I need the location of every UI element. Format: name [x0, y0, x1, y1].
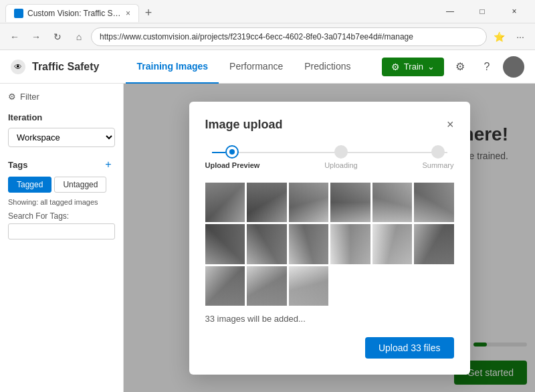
main-content: here! will be ready to be trained. Image…	[124, 84, 535, 392]
image-thumb-11	[372, 224, 413, 264]
stepper-step-2: Uploading	[324, 145, 358, 169]
step3-label: Summary	[422, 161, 453, 169]
tab-label: Custom Vision: Traffic Safety - T...	[27, 9, 122, 18]
tag-filter-buttons: Tagged Untagged	[8, 177, 115, 193]
step1-dot	[225, 145, 239, 159]
eye-icon: 👁	[11, 60, 25, 74]
upload-files-btn[interactable]: Upload 33 files	[365, 337, 454, 359]
modal-overlay: Image upload × Upload Preview	[124, 84, 535, 392]
window-controls: — □ ×	[435, 0, 530, 23]
app-title: Traffic Safety	[32, 61, 99, 73]
image-thumb-1	[205, 183, 245, 223]
app-header: 👁 Traffic Safety Training Images Perform…	[0, 50, 535, 84]
browser-chrome: Custom Vision: Traffic Safety - T... × +…	[0, 0, 535, 50]
modal-header: Image upload ×	[205, 118, 454, 132]
upload-stepper: Upload Preview Uploading Summary	[205, 145, 454, 169]
image-thumb-14	[247, 266, 287, 306]
filter-btn[interactable]: ⚙ Filter	[8, 92, 115, 102]
stepper-step-1: Upload Preview	[205, 145, 260, 169]
search-tags-input[interactable]	[8, 223, 115, 239]
header-right: ⚙ Train ⌄ ⚙ ?	[382, 56, 524, 78]
tab-predictions[interactable]: Predictions	[294, 50, 361, 84]
step2-dot	[334, 145, 348, 159]
image-thumb-12	[414, 224, 454, 264]
tab-close-btn[interactable]: ×	[126, 9, 130, 18]
help-icon-btn[interactable]: ?	[476, 56, 498, 78]
stepper-step-3: Summary	[422, 145, 453, 169]
address-bar[interactable]: https://www.customvision.ai/projects/f23…	[91, 27, 487, 46]
image-thumb-10	[330, 224, 370, 264]
more-btn[interactable]: ···	[511, 27, 530, 46]
add-tag-btn[interactable]: +	[102, 158, 115, 171]
minimize-btn[interactable]: —	[435, 0, 465, 23]
image-thumb-13	[205, 266, 245, 306]
train-button[interactable]: ⚙ Train ⌄	[382, 58, 444, 76]
step1-label: Upload Preview	[205, 161, 260, 169]
image-thumb-6	[414, 183, 454, 223]
tab-performance[interactable]: Performance	[219, 50, 294, 84]
filter-icon: ⚙	[8, 92, 16, 102]
address-text: https://www.customvision.ai/projects/f23…	[100, 32, 413, 41]
active-browser-tab[interactable]: Custom Vision: Traffic Safety - T... ×	[5, 4, 139, 22]
tags-header: Tags +	[8, 158, 115, 171]
image-thumb-2	[247, 183, 287, 223]
untagged-btn[interactable]: Untagged	[54, 177, 106, 193]
image-thumb-15	[289, 266, 329, 306]
content-area: ⚙ Filter Iteration Workspace Tags + Tagg…	[0, 84, 535, 392]
close-btn[interactable]: ×	[499, 0, 530, 23]
maximize-btn[interactable]: □	[467, 0, 498, 23]
modal-title: Image upload	[205, 118, 283, 132]
back-btn[interactable]: ←	[5, 27, 24, 46]
step3-dot	[431, 145, 445, 159]
search-label: Search For Tags:	[8, 211, 115, 221]
home-btn[interactable]: ⌂	[70, 27, 88, 46]
image-preview-grid	[205, 183, 454, 306]
image-thumb-4	[330, 183, 370, 223]
iteration-label: Iteration	[8, 112, 115, 122]
app-container: 👁 Traffic Safety Training Images Perform…	[0, 50, 535, 392]
tagged-btn[interactable]: Tagged	[8, 177, 51, 193]
image-thumb-8	[247, 224, 287, 264]
extensions-btn[interactable]: ⭐	[490, 27, 508, 46]
image-upload-modal: Image upload × Upload Preview	[189, 102, 470, 375]
app-nav: Training Images Performance Predictions	[126, 50, 361, 84]
image-thumb-3	[289, 183, 329, 223]
tab-training-images[interactable]: Training Images	[126, 50, 219, 84]
image-thumb-9	[289, 224, 329, 264]
tab-favicon	[14, 9, 23, 18]
modal-footer: Upload 33 files	[205, 337, 454, 359]
new-tab-btn[interactable]: +	[139, 3, 158, 22]
workspace-select[interactable]: Workspace	[8, 128, 115, 147]
settings-icon-btn[interactable]: ⚙	[449, 56, 471, 78]
modal-close-btn[interactable]: ×	[447, 118, 454, 132]
step2-label: Uploading	[324, 161, 358, 169]
upload-count-text: 33 images will be added...	[205, 314, 454, 324]
gear-icon: ⚙	[391, 62, 400, 72]
stepper-steps: Upload Preview Uploading Summary	[205, 145, 454, 169]
refresh-btn[interactable]: ↻	[48, 27, 67, 46]
user-avatar[interactable]	[503, 56, 524, 78]
showing-text: Showing: all tagged images	[8, 198, 115, 206]
sidebar: ⚙ Filter Iteration Workspace Tags + Tagg…	[0, 84, 124, 392]
forward-btn[interactable]: →	[27, 27, 45, 46]
browser-navbar: ← → ↻ ⌂ https://www.customvision.ai/proj…	[0, 23, 535, 50]
image-thumb-7	[205, 224, 245, 264]
tags-label: Tags	[8, 160, 27, 170]
image-thumb-5	[372, 183, 413, 223]
